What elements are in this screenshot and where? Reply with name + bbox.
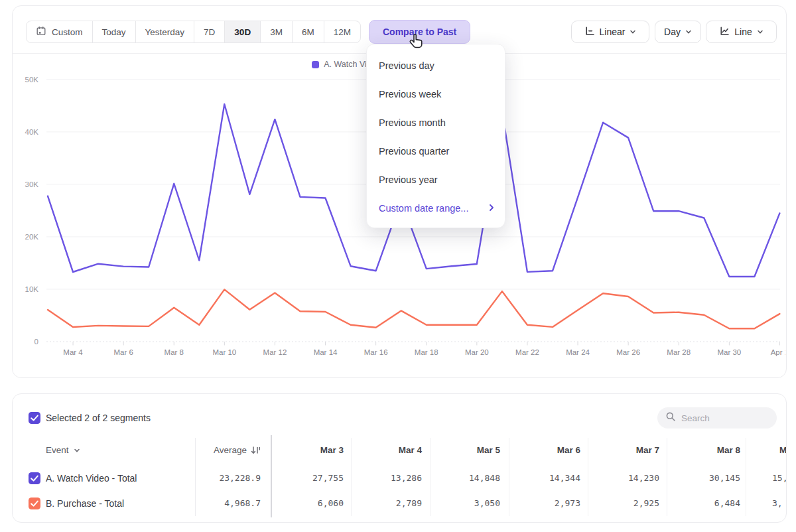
cell-value: 30,145	[674, 466, 740, 491]
chevron-down-icon	[74, 447, 80, 454]
date-column-header: Mar 5	[434, 440, 500, 460]
segment-checkbox[interactable]	[29, 472, 40, 484]
cell-value: 27,755	[277, 466, 344, 491]
search-input[interactable]	[681, 413, 767, 423]
event-column-header[interactable]: Event	[46, 440, 80, 460]
y-axis-label: 0	[34, 338, 38, 346]
range-option-label: Custom	[52, 27, 83, 37]
y-axis-label: 10K	[25, 285, 39, 293]
range-option-label: 3M	[270, 27, 283, 37]
cell-value: 2,789	[356, 491, 422, 516]
range-option-label: Today	[102, 27, 126, 37]
range-option-30d[interactable]: 30D	[225, 21, 261, 42]
range-option-7d[interactable]: 7D	[194, 21, 225, 42]
range-option-custom[interactable]: Custom	[27, 21, 93, 42]
range-option-label: 6M	[302, 27, 314, 37]
cell-value: 6,060	[277, 491, 344, 516]
linear-axis-icon	[584, 26, 595, 38]
column-divider-strong	[271, 435, 272, 517]
date-column-header: Mar 6	[514, 440, 580, 460]
menu-item-previous-month[interactable]: Previous month	[367, 108, 505, 137]
range-option-3m[interactable]: 3M	[261, 21, 293, 42]
menu-item-previous-day[interactable]: Previous day	[367, 51, 505, 80]
date-column-header: Mar 3	[277, 440, 344, 460]
cell-value: 14,344	[514, 466, 580, 491]
legend-swatch	[312, 61, 319, 68]
cell-value: 14,230	[593, 466, 659, 491]
scale-dropdown-button[interactable]: Linear	[571, 21, 649, 43]
x-axis-label: Mar 26	[616, 348, 640, 356]
y-axis-label: 30K	[25, 180, 39, 188]
cell-value: 2,973	[514, 491, 580, 516]
chevron-down-icon	[630, 27, 636, 37]
x-axis-label: Mar 28	[667, 348, 691, 356]
granularity-label: Day	[664, 27, 681, 37]
cell-value-clipped: 3,	[772, 491, 787, 516]
date-column-header: Mar 4	[356, 440, 422, 460]
x-axis-label: Mar 8	[165, 348, 184, 356]
range-option-label: 30D	[234, 27, 251, 37]
menu-item-previous-week[interactable]: Previous week	[367, 80, 505, 108]
chevron-right-icon	[489, 203, 494, 214]
range-option-6m[interactable]: 6M	[293, 21, 324, 42]
chevron-down-icon	[757, 27, 763, 37]
average-column-header[interactable]: Average	[188, 440, 261, 460]
hand-pointer-cursor	[408, 33, 425, 54]
x-axis-label: Mar 22	[515, 348, 539, 356]
search-box[interactable]	[657, 407, 777, 429]
cell-value: 3,050	[434, 491, 500, 516]
cell-value: 6,484	[674, 491, 740, 516]
range-option-label: 7D	[204, 27, 215, 37]
average-header-label: Average	[214, 440, 247, 460]
column-divider	[509, 438, 509, 516]
scale-label: Linear	[600, 27, 626, 37]
x-axis-label: Mar 16	[364, 348, 388, 356]
x-axis-label: Apr 1	[771, 348, 785, 356]
x-axis-label: Mar 4	[63, 348, 83, 356]
chart-type-dropdown-button[interactable]: Line	[706, 21, 777, 43]
cell-value: 14,848	[434, 466, 500, 491]
range-option-label: Yesterday	[145, 27, 185, 37]
selected-segments-label: Selected 2 of 2 segments	[46, 412, 151, 424]
cell-value: 13,286	[356, 466, 422, 491]
column-divider	[588, 438, 588, 516]
chevron-down-icon	[685, 27, 692, 37]
average-value: 4,968.7	[188, 491, 261, 516]
range-option-label: 12M	[334, 27, 351, 37]
select-all-checkbox[interactable]	[29, 412, 40, 424]
event-header-label: Event	[46, 440, 69, 460]
average-value: 23,228.9	[188, 466, 261, 491]
search-icon	[665, 411, 676, 425]
cell-value-clipped: 15,	[772, 466, 787, 491]
calendar-icon	[36, 26, 46, 38]
y-axis-label: 40K	[25, 128, 39, 136]
segments-table-card: Selected 2 of 2 segments EventAverageMar…	[12, 393, 787, 523]
compare-to-past-menu: Previous dayPrevious weekPrevious monthP…	[366, 44, 505, 228]
column-divider	[667, 438, 667, 516]
range-option-yesterday[interactable]: Yesterday	[136, 21, 195, 42]
chart-type-label: Line	[734, 27, 752, 37]
y-axis-label: 20K	[25, 233, 39, 241]
x-axis-label: Mar 6	[113, 348, 133, 356]
sort-descending-icon	[251, 446, 261, 455]
x-axis-label: Mar 24	[566, 348, 590, 356]
x-axis-label: Mar 14	[314, 348, 338, 356]
range-option-today[interactable]: Today	[93, 21, 136, 42]
cell-value: 2,925	[593, 491, 659, 516]
date-column-header-clipped: M	[779, 440, 787, 460]
range-option-12m[interactable]: 12M	[324, 21, 360, 42]
granularity-dropdown-button[interactable]: Day	[655, 21, 701, 43]
date-column-header: Mar 8	[674, 440, 740, 460]
menu-item-custom-date-range[interactable]: Custom date range...	[367, 194, 505, 222]
date-range-segmented-control: CustomTodayYesterday7D30D3M6M12M	[26, 21, 361, 43]
x-axis-label: Mar 30	[717, 348, 741, 356]
x-axis-label: Mar 20	[465, 348, 489, 356]
column-divider	[430, 438, 431, 516]
y-axis-label: 50K	[25, 76, 39, 84]
segment-checkbox[interactable]	[29, 498, 40, 509]
column-divider	[351, 438, 352, 516]
menu-item-previous-year[interactable]: Previous year	[367, 165, 505, 194]
series-line-b-purchase[interactable]	[48, 289, 779, 328]
menu-item-previous-quarter[interactable]: Previous quarter	[367, 137, 505, 165]
segment-row-label: A. Watch Video - Total	[46, 466, 137, 491]
